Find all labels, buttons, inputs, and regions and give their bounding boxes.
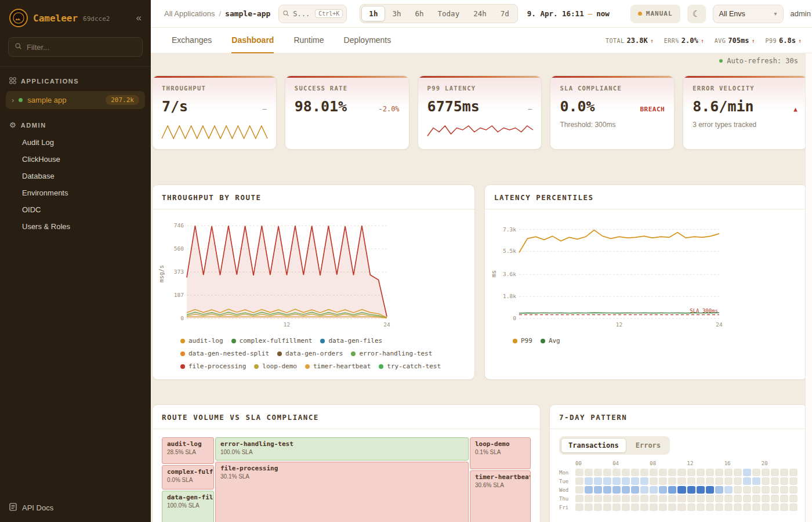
legend-label: try-catch-test xyxy=(387,362,441,370)
heatmap-cell xyxy=(585,495,593,502)
heatmap-cell xyxy=(697,495,705,502)
time-range-24h[interactable]: 24h xyxy=(466,6,494,21)
breadcrumb-separator: / xyxy=(219,9,221,18)
sidebar-item-clickhouse[interactable]: ClickHouse xyxy=(0,151,151,168)
breadcrumb-current: sample-app xyxy=(225,9,270,18)
treemap-cell-sla: 100.0% SLA xyxy=(167,502,209,509)
heatmap-cell xyxy=(677,486,686,494)
heatmap-cell xyxy=(668,503,676,511)
heatmap-hour-label xyxy=(668,461,676,467)
kpi-subtitle: 3 error types tracked xyxy=(693,121,798,129)
heatmap-cell xyxy=(640,469,648,476)
heatmap-cell xyxy=(677,477,686,485)
time-range-3h[interactable]: 3h xyxy=(385,6,408,21)
time-from: 9. Apr. 16:11 xyxy=(527,9,584,18)
kpi-delta: BREACH xyxy=(640,106,665,113)
sidebar-item-database[interactable]: Database xyxy=(0,168,151,184)
toggle-errors[interactable]: Errors xyxy=(628,438,668,453)
heatmap-cell xyxy=(622,486,630,494)
build-hash: 69dcce2 xyxy=(83,15,110,23)
sidebar-collapse-icon[interactable]: « xyxy=(136,12,142,24)
tab-deployments[interactable]: Deployments xyxy=(344,28,392,53)
heatmap-cell xyxy=(715,495,723,502)
route-treemap: audit-log28.5% SLAerror-handling-test100… xyxy=(162,437,531,522)
kpi-title: SLA COMPLIANCE xyxy=(560,85,665,92)
user-name: admin xyxy=(791,9,811,18)
legend-label: timer-heartbeat xyxy=(313,362,371,370)
heatmap-cell xyxy=(687,486,695,494)
legend-item-error-handling-test[interactable]: error-handling-test xyxy=(351,350,432,357)
admin-items: Audit LogClickHouseDatabaseEnvironmentsO… xyxy=(0,134,151,235)
stat-err: ERR%2.0%↑ xyxy=(664,37,704,45)
tab-exchanges[interactable]: Exchanges xyxy=(172,28,212,53)
heatmap-cell xyxy=(743,495,751,502)
heatmap-cell xyxy=(622,477,630,485)
admin-section-header: ⚙ ADMIN xyxy=(0,110,151,134)
sidebar-item-environments[interactable]: Environments xyxy=(0,184,151,201)
time-range-6h[interactable]: 6h xyxy=(408,6,430,21)
heatmap-cell xyxy=(789,477,798,485)
legend-item-loop-demo[interactable]: loop-demo xyxy=(254,362,297,370)
dark-mode-toggle[interactable]: ☾ xyxy=(687,5,706,23)
legend-item-data-gen-files[interactable]: data-gen-files xyxy=(320,337,382,345)
treemap-cell-name: audit-log xyxy=(167,440,209,448)
global-search[interactable]: Ctrl+K xyxy=(278,5,347,23)
heatmap-hour-label xyxy=(780,461,788,467)
env-filter-select[interactable]: All Envs ▾ xyxy=(713,5,784,23)
heatmap-cell xyxy=(734,486,742,494)
treemap-cell-complex-fulfil[interactable]: complex-fulfil...0.0% SLA xyxy=(162,465,214,490)
legend-item-timer-heartbeat[interactable]: timer-heartbeat xyxy=(305,362,371,370)
kpi-card-error-velocity: ERROR VELOCITY8.6/min▲3 error types trac… xyxy=(683,75,807,150)
heatmap-hour-label xyxy=(631,461,639,467)
heatmap-cell xyxy=(734,477,742,485)
panel-title: 7-DAY PATTERN xyxy=(550,405,807,429)
tab-dashboard[interactable]: Dashboard xyxy=(231,28,274,53)
legend-item-try-catch-test[interactable]: try-catch-test xyxy=(379,362,441,370)
sidebar-item-users-roles[interactable]: Users & Roles xyxy=(0,218,151,235)
heatmap-cell xyxy=(724,469,733,476)
sidebar-item-oidc[interactable]: OIDC xyxy=(0,201,151,218)
legend-item-data-gen-orders[interactable]: data-gen-orders xyxy=(277,350,343,357)
legend-item-complex-fulfillment[interactable]: complex-fulfillment xyxy=(231,337,313,345)
legend-item-p99[interactable]: P99 xyxy=(513,337,532,345)
treemap-cell-file-processing[interactable]: file-processing30.1% SLA xyxy=(215,462,469,522)
env-filter-value: All Envs xyxy=(719,10,745,18)
tabs: ExchangesDashboardRuntimeDeployments xyxy=(172,28,391,53)
heatmap-cell xyxy=(612,503,621,511)
legend-item-audit-log[interactable]: audit-log xyxy=(180,337,223,345)
sidebar-item-audit-log[interactable]: Audit Log xyxy=(0,134,151,151)
manual-refresh-button[interactable]: MANUAL xyxy=(630,5,680,23)
status-dot xyxy=(19,98,23,102)
time-range-7d[interactable]: 7d xyxy=(494,6,516,21)
sidebar-item-sample-app[interactable]: › sample app 207.2k xyxy=(6,91,145,109)
time-range-today[interactable]: Today xyxy=(431,6,467,21)
legend-item-avg[interactable]: Avg xyxy=(541,337,560,345)
heatmap-cell xyxy=(724,477,733,485)
stat-value: 23.8K xyxy=(627,37,648,45)
api-docs-link[interactable]: API Docs xyxy=(0,494,151,522)
treemap-cell-audit-log[interactable]: audit-log28.5% SLA xyxy=(162,437,214,464)
heatmap-day-label: Mon xyxy=(559,469,574,476)
tab-runtime[interactable]: Runtime xyxy=(293,28,324,53)
scrollbar-track[interactable] xyxy=(805,53,812,522)
tab-bar: ExchangesDashboardRuntimeDeployments TOT… xyxy=(151,28,812,53)
filter-input[interactable] xyxy=(27,43,136,52)
legend-dot xyxy=(541,339,545,343)
legend-label: error-handling-test xyxy=(359,350,432,357)
treemap-cell-timer-heartbeat[interactable]: timer-heartbeat30.6% SLA xyxy=(470,470,531,522)
breadcrumb-root-link[interactable]: All Applications xyxy=(164,9,215,18)
treemap-cell-error-handling-test[interactable]: error-handling-test100.0% SLA xyxy=(215,437,469,461)
time-range-1h[interactable]: 1h xyxy=(361,6,385,21)
treemap-cell-data-gen-files[interactable]: data-gen-files100.0% SLA xyxy=(162,491,214,522)
toggle-transactions[interactable]: Transactions xyxy=(561,438,626,453)
heatmap-cell xyxy=(771,469,779,476)
heatmap-cell xyxy=(780,486,788,494)
latency-legend: P99Avg xyxy=(485,329,807,354)
heatmap-cell xyxy=(752,503,760,511)
treemap-cell-loop-demo[interactable]: loop-demo0.1% SLA xyxy=(470,437,531,469)
top-bar: All Applications / sample-app Ctrl+K 1h3… xyxy=(151,0,812,28)
legend-item-data-gen-nested-split[interactable]: data-gen-nested-split xyxy=(180,350,269,357)
kpi-card-p99-latency: P99 LATENCY6775ms– xyxy=(418,75,542,150)
search-input[interactable] xyxy=(293,10,309,18)
legend-item-file-processing[interactable]: file-processing xyxy=(180,362,246,370)
